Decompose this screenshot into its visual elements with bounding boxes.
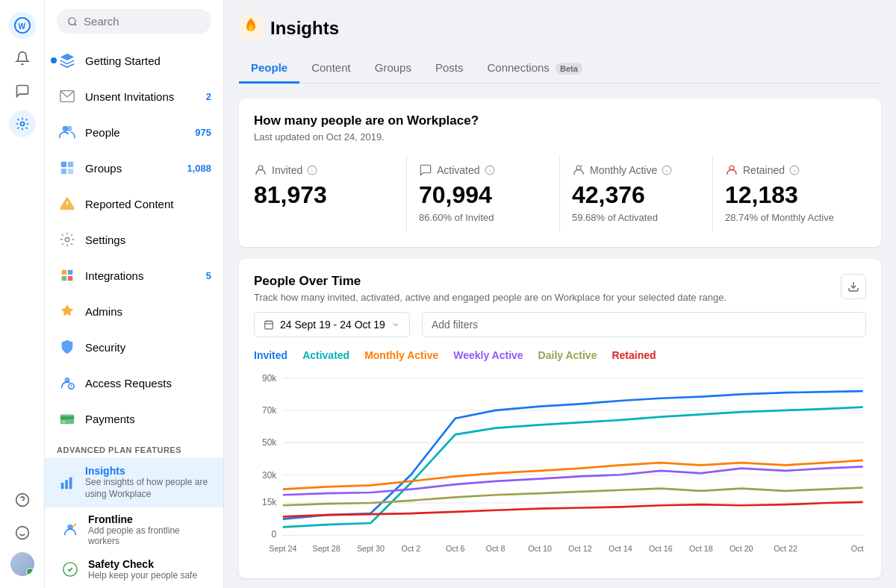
sidebar-item-reported-content[interactable]: Reported Content — [45, 186, 223, 222]
monthly-active-value: 42,376 — [572, 181, 700, 209]
tab-people[interactable]: People — [239, 54, 299, 84]
integrations-badge: 5 — [206, 270, 211, 281]
retained-sub: 28.74% of Monthly Active — [725, 212, 854, 223]
svg-rect-29 — [63, 422, 66, 423]
sidebar-item-admins[interactable]: Admins — [45, 293, 223, 329]
frontline-desc: Add people as frontline workers — [88, 525, 211, 546]
legend-daily-active[interactable]: Daily Active — [538, 349, 597, 361]
active-dot — [51, 57, 57, 63]
insights-desc: See insights of how people are using Wor… — [85, 477, 211, 500]
date-range-button[interactable]: 24 Sept 19 - 24 Oct 19 — [254, 312, 410, 337]
svg-text:Oct 16: Oct 16 — [649, 544, 673, 553]
tab-posts[interactable]: Posts — [423, 54, 476, 84]
insights-label: Insights — [85, 465, 211, 477]
icon-bar: W — [0, 0, 45, 588]
unsent-invitations-badge: 2 — [206, 91, 211, 102]
date-range-label: 24 Sept 19 - 24 Oct 19 — [280, 319, 385, 331]
sidebar-item-payments[interactable]: Payments — [45, 401, 223, 437]
settings-label: Settings — [85, 234, 211, 246]
svg-rect-13 — [68, 162, 73, 167]
access-requests-label: Access Requests — [85, 377, 211, 390]
sidebar-item-safety-check[interactable]: Safety Check Help keep your people safe — [45, 552, 223, 587]
search-box[interactable] — [57, 9, 211, 34]
access-requests-icon — [57, 372, 78, 393]
tab-content[interactable]: Content — [299, 54, 363, 84]
add-filters-button[interactable]: Add filters — [422, 312, 866, 337]
sidebar-item-unsent-invitations[interactable]: Unsent Invitations 2 — [45, 78, 223, 114]
add-filters-label: Add filters — [432, 319, 478, 331]
svg-text:Oct 22: Oct 22 — [774, 544, 797, 553]
people-over-time-chart: 90k 70k 50k 30k 15k 0 — [254, 370, 866, 563]
stat-activated: Activated 70,994 86.60% of Invited — [407, 154, 560, 232]
chart-legend: Invited Activated Monthly Active Weekly … — [254, 349, 866, 361]
sidebar-item-insights[interactable]: Insights See insights of how people are … — [45, 457, 223, 507]
legend-weekly-active[interactable]: Weekly Active — [453, 349, 523, 361]
legend-activated[interactable]: Activated — [302, 349, 349, 361]
sidebar-item-settings[interactable]: Settings — [45, 222, 223, 257]
activated-value: 70,994 — [419, 181, 547, 209]
svg-rect-22 — [68, 276, 72, 281]
svg-point-26 — [71, 387, 72, 388]
page-title: Insights — [270, 18, 339, 39]
sidebar-item-people[interactable]: People 975 — [45, 114, 223, 150]
sidebar-item-frontline[interactable]: Frontline Add people as frontline worker… — [45, 507, 223, 552]
svg-text:Oct 8: Oct 8 — [486, 544, 505, 553]
help-icon[interactable] — [9, 487, 36, 513]
svg-text:Oct 6: Oct 6 — [446, 544, 465, 553]
retained-info-icon — [789, 165, 800, 175]
emoji-face-icon[interactable] — [9, 519, 36, 546]
search-input[interactable] — [84, 15, 201, 28]
sidebar-item-integrations[interactable]: Integrations 5 — [45, 257, 223, 293]
svg-text:Sept 24: Sept 24 — [269, 544, 296, 553]
svg-rect-21 — [62, 276, 66, 281]
user-avatar[interactable] — [10, 552, 34, 576]
svg-text:W: W — [18, 22, 25, 31]
page-header: Insights — [239, 15, 881, 42]
workplace-logo-icon[interactable]: W — [9, 12, 36, 39]
svg-text:Sept 30: Sept 30 — [357, 544, 385, 553]
svg-rect-60 — [265, 321, 273, 329]
stat-monthly-active: Monthly Active 42,376 59.68% of Activate… — [560, 154, 713, 232]
sidebar: Getting Started Unsent Invitations 2 Peo… — [45, 0, 224, 588]
legend-invited[interactable]: Invited — [254, 349, 287, 361]
messages-icon[interactable] — [9, 78, 36, 104]
payments-label: Payments — [85, 413, 211, 425]
security-label: Security — [85, 341, 211, 354]
svg-text:30k: 30k — [262, 470, 276, 481]
invited-value: 81,973 — [254, 181, 394, 209]
notifications-icon[interactable] — [9, 45, 36, 72]
retained-value: 12,183 — [725, 181, 854, 209]
download-button[interactable] — [841, 274, 866, 299]
sidebar-item-access-requests[interactable]: Access Requests — [45, 365, 223, 401]
tab-connections[interactable]: Connections Beta — [475, 54, 594, 84]
svg-rect-19 — [62, 270, 66, 275]
groups-badge: 1,088 — [187, 163, 211, 174]
stats-card-title: How many people are on Workplace? — [254, 113, 866, 128]
sidebar-item-getting-started[interactable]: Getting Started — [45, 43, 223, 78]
invited-info-icon — [307, 165, 317, 175]
svg-rect-30 — [61, 483, 64, 489]
admins-label: Admins — [85, 305, 211, 318]
svg-text:70k: 70k — [262, 405, 276, 416]
people-icon — [57, 122, 78, 143]
svg-rect-12 — [61, 162, 66, 167]
chart-header: People Over Time Track how many invited,… — [254, 274, 866, 303]
groups-icon — [57, 157, 78, 178]
chart-card: People Over Time Track how many invited,… — [239, 259, 881, 578]
svg-text:Oct 14: Oct 14 — [609, 544, 632, 553]
svg-rect-14 — [61, 169, 66, 174]
groups-label: Groups — [85, 162, 179, 175]
legend-monthly-active[interactable]: Monthly Active — [364, 349, 438, 361]
tab-groups[interactable]: Groups — [363, 54, 423, 84]
sidebar-item-security[interactable]: Security — [45, 329, 223, 365]
safety-check-icon — [60, 559, 81, 580]
admins-icon — [57, 301, 78, 322]
payments-icon — [57, 408, 78, 429]
legend-retained[interactable]: Retained — [612, 349, 656, 361]
sidebar-item-groups[interactable]: Groups 1,088 — [45, 150, 223, 186]
svg-text:0: 0 — [272, 529, 277, 539]
admin-tools-icon[interactable] — [9, 110, 36, 137]
svg-rect-31 — [65, 480, 68, 489]
activated-icon — [419, 163, 432, 177]
stats-card-subtitle: Last updated on Oct 24, 2019. — [254, 131, 866, 143]
